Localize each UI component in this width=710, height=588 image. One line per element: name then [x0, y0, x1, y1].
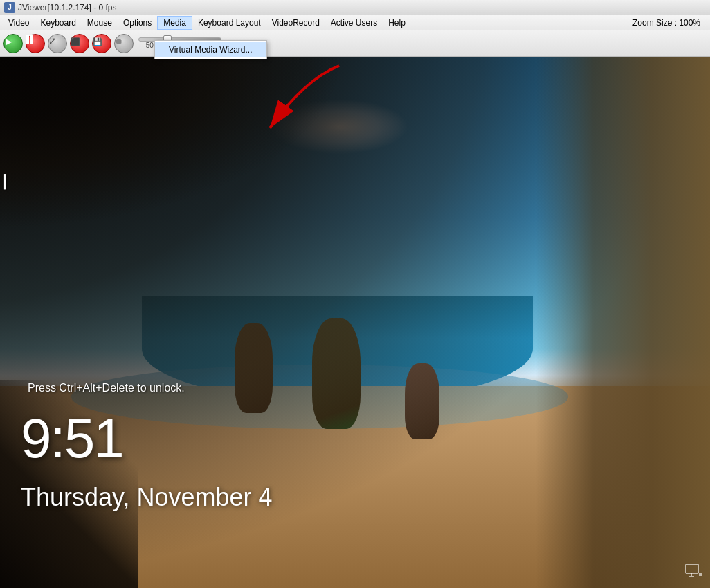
rock-center — [312, 318, 361, 429]
record-btn-circle: ⏺ — [114, 34, 134, 53]
menu-video[interactable]: Video — [3, 17, 35, 29]
save-button[interactable]: 💾 — [91, 33, 112, 54]
snapshot-btn-circle: ⬛ — [70, 34, 89, 53]
toolbar: ▶ ⤢ ⬛ 💾 ⏺ 50 — [0, 30, 710, 57]
rock-right — [405, 363, 439, 439]
cave-ceiling — [0, 57, 346, 230]
menu-options[interactable]: Options — [118, 17, 157, 29]
slider-label-50: 50 — [146, 42, 154, 49]
title-bar: J JViewer[10.1.2.174] - 0 fps — [0, 0, 710, 15]
virtual-media-wizard-item[interactable]: Virtual Media Wizard... — [155, 42, 266, 57]
play-btn-circle: ▶ — [3, 34, 23, 53]
zoom-size-label: Zoom Size : 100% — [626, 17, 707, 29]
resize-button[interactable]: ⤢ — [47, 33, 68, 54]
pause-icon — [26, 35, 44, 44]
cursor: ▎ — [4, 174, 12, 189]
svg-rect-1 — [686, 564, 698, 573]
media-dropdown-menu: Virtual Media Wizard... — [154, 40, 267, 59]
lock-date: Thursday, November 4 — [21, 483, 272, 512]
menu-active-users[interactable]: Active Users — [325, 17, 383, 29]
pause-button[interactable] — [25, 33, 46, 54]
pause-btn-circle — [26, 34, 45, 53]
snapshot-button[interactable]: ⬛ — [69, 33, 90, 54]
lock-unlock-text: Press Ctrl+Alt+Delete to unlock. — [28, 382, 185, 394]
menu-keyboard-layout[interactable]: Keyboard Layout — [192, 17, 266, 29]
rock-left — [235, 323, 273, 413]
window-title: JViewer[10.1.2.174] - 0 fps — [18, 3, 706, 12]
app-icon: J — [4, 2, 15, 13]
lock-time: 9:51 — [21, 407, 123, 470]
record-icon: ⏺ — [115, 37, 123, 46]
main-viewport[interactable]: ▎ Press Ctrl+Alt+Delete to unlock. 9:51 … — [0, 57, 710, 588]
cave-wall-right — [516, 57, 710, 588]
snapshot-icon: ⬛ — [71, 37, 80, 46]
play-icon: ▶ — [6, 37, 12, 46]
menu-mouse[interactable]: Mouse — [82, 17, 118, 29]
menu-videorecord[interactable]: VideoRecord — [266, 17, 325, 29]
menu-keyboard[interactable]: Keyboard — [35, 17, 81, 29]
menu-help[interactable]: Help — [383, 17, 411, 29]
resize-icon: ⤢ — [48, 35, 57, 46]
monitor-icon — [685, 564, 702, 581]
menu-bar: Video Keyboard Mouse Options Media Keybo… — [0, 15, 710, 30]
play-button[interactable]: ▶ — [3, 33, 24, 54]
svg-rect-4 — [699, 573, 702, 576]
save-btn-circle: 💾 — [92, 34, 111, 53]
resize-btn-circle: ⤢ — [48, 34, 67, 53]
menu-media[interactable]: Media — [157, 16, 192, 30]
record-button[interactable]: ⏺ — [113, 33, 134, 54]
save-icon: 💾 — [93, 37, 102, 46]
